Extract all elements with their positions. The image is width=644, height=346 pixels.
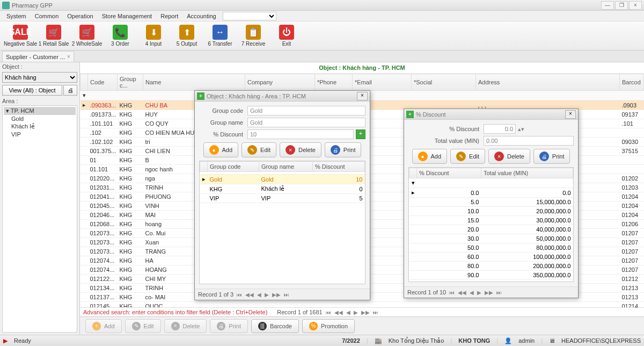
discount-delete-button[interactable]: ×Delete xyxy=(488,149,530,164)
discount-row[interactable]: 20.040,000,000.0 xyxy=(409,225,573,234)
group-dialog-close[interactable]: × xyxy=(357,92,368,100)
col-address[interactable]: Address xyxy=(476,74,620,91)
discount-row[interactable]: 80.0200,000,000.0 xyxy=(409,262,573,271)
tool-negative-sale[interactable]: SALENegative Sale xyxy=(4,23,36,49)
icon-retail-icon: 🛒 xyxy=(46,25,61,40)
col-marker[interactable] xyxy=(80,74,88,91)
icon-output-icon: ⬆ xyxy=(179,25,194,40)
group-row[interactable]: KHGKhách lẻ0 xyxy=(200,184,365,194)
titlebar: Pharmacy GPP — ❐ × xyxy=(0,0,644,11)
promotion-button[interactable]: %Promotion xyxy=(302,319,355,333)
tab-close-icon[interactable]: × xyxy=(67,54,70,60)
menu-report[interactable]: Report xyxy=(156,12,182,20)
menu-operation[interactable]: Operation xyxy=(63,12,97,20)
discount-edit-button[interactable]: ✎Edit xyxy=(450,149,485,164)
delete-button[interactable]: ×Delete xyxy=(164,319,207,333)
area-label: Area : xyxy=(0,97,79,105)
discount-label: % Discount xyxy=(199,131,247,138)
tree-node-kh-ch-l-[interactable]: Khách lẻ xyxy=(4,122,76,131)
group-row[interactable]: VIPVIP5 xyxy=(200,194,365,203)
tool--receive[interactable]: 📋7 Receive xyxy=(237,23,269,49)
col--social[interactable]: *Social xyxy=(412,74,476,91)
menu-system[interactable]: System xyxy=(2,12,31,20)
menu-accounting[interactable]: Accounting xyxy=(182,12,220,20)
tool--order[interactable]: 📞3 Order xyxy=(104,23,136,49)
col--phone[interactable]: *Phone xyxy=(315,74,353,91)
col-barcod[interactable]: Barcod xyxy=(620,74,644,91)
col-name[interactable]: Name xyxy=(143,74,245,91)
print-icon-button[interactable]: 🖨 xyxy=(63,85,77,96)
discount-row[interactable]: 60.0100,000,000.0 xyxy=(409,253,573,262)
menu-dropdown[interactable] xyxy=(223,12,276,20)
pct-discount-input[interactable] xyxy=(484,124,516,134)
group-delete-button[interactable]: ×Delete xyxy=(280,142,321,157)
tree-node-gold[interactable]: Gold xyxy=(4,115,76,122)
discount-row[interactable]: 5.015,000,000.0 xyxy=(409,198,573,207)
discount-add-button[interactable]: ●Add xyxy=(412,149,448,164)
group-edit-button[interactable]: ✎Edit xyxy=(241,142,276,157)
ic-print-icon: 🖨 xyxy=(217,322,225,330)
discount-row[interactable]: ▸0.00.0 xyxy=(409,188,573,198)
menu-store-management[interactable]: Store Management xyxy=(98,12,157,20)
advanced-search-bar: Advanced search: enter conditions into f… xyxy=(80,307,644,316)
col-group-c-[interactable]: Group c... xyxy=(118,74,143,91)
ic-edit-icon: ✎ xyxy=(132,322,141,330)
pct-discount-label: % Discount xyxy=(408,126,484,132)
object-select[interactable]: Khách hàng xyxy=(2,72,77,83)
edit-button[interactable]: ✎Edit xyxy=(125,319,161,333)
discount-row[interactable]: 10.020,000,000.0 xyxy=(409,207,573,216)
status-server: HEADOFFICE\SQLEXPRESS xyxy=(561,337,641,344)
group-print-button[interactable]: 🖨Print xyxy=(325,142,362,157)
discount-row[interactable]: 15.030,000,000.0 xyxy=(409,216,573,225)
nav-prev-icon: ◀ xyxy=(346,309,350,315)
col--email[interactable]: *Email xyxy=(353,74,412,91)
group-dialog[interactable]: + Object : Khách hàng - Area : TP. HCM ×… xyxy=(194,90,370,300)
barcode-button[interactable]: |||Barcode xyxy=(251,319,299,333)
close-button[interactable]: × xyxy=(629,1,642,10)
discount-row[interactable]: 50.080,000,000.0 xyxy=(409,243,573,253)
total-value-input[interactable] xyxy=(484,136,574,146)
print-button[interactable]: 🖨Print xyxy=(210,319,248,333)
tree-node-vip[interactable]: VIP xyxy=(4,131,76,138)
col-code[interactable]: Code xyxy=(88,74,118,91)
icon-order-icon: 📞 xyxy=(113,25,128,40)
group-row[interactable]: ▸GoldGold10 xyxy=(200,175,365,184)
minimize-button[interactable]: — xyxy=(601,1,614,10)
nav-last-icon: ⏭ xyxy=(373,309,378,315)
view-all-button[interactable]: View (All) : Object xyxy=(2,85,62,96)
youtube-icon[interactable]: ▶ xyxy=(3,337,8,344)
discount-print-button[interactable]: 🖨Print xyxy=(533,149,570,164)
menu-common[interactable]: Common xyxy=(31,12,63,20)
discount-grid[interactable]: % DiscountTotal value (MIN) ▾ ▸0.00.05.0… xyxy=(408,167,574,282)
group-add-button[interactable]: ●Add xyxy=(203,142,239,157)
maximize-button[interactable]: ❐ xyxy=(615,1,628,10)
discount-row[interactable]: 90.0350,000,000.0 xyxy=(409,271,573,280)
tab-supplier-customer[interactable]: Supplier - Customer ... × xyxy=(2,51,74,62)
icon-input-icon: ⬇ xyxy=(146,25,161,40)
discount-row[interactable]: 30.050,000,000.0 xyxy=(409,234,573,243)
tool--retail-sale[interactable]: 🛒1 Retail Sale xyxy=(38,23,70,49)
plus-icon: + xyxy=(197,92,204,100)
group-grid[interactable]: Group codeGroup name% Discount ▸GoldGold… xyxy=(199,161,365,284)
record-navigator[interactable]: Record 1 of 1681 ⏮ ◀◀ ◀ ▶ ▶▶ ⏭ xyxy=(277,309,378,315)
group-name-input[interactable] xyxy=(247,118,365,127)
ic-promo-icon: % xyxy=(309,322,318,330)
discount-dialog[interactable]: + % Discount × % Discount▴▾ Total value … xyxy=(404,109,579,298)
tool-exit[interactable]: ⏻Exit xyxy=(270,23,303,49)
tool--input[interactable]: ⬇4 Input xyxy=(137,23,170,49)
add-button[interactable]: +Add xyxy=(85,319,122,333)
discount-dialog-footer: Record 1 of 10 ⏮◀◀◀▶▶▶⏭ xyxy=(404,286,578,298)
tool--transfer[interactable]: ↔6 Transfer xyxy=(204,23,236,49)
server-icon: 🖥 xyxy=(549,337,555,344)
discount-dialog-close[interactable]: × xyxy=(565,110,576,119)
group-code-input[interactable] xyxy=(247,106,365,116)
discount-input[interactable] xyxy=(247,129,354,139)
status-kho2: KHO TONG xyxy=(458,337,490,344)
discount-plus-button[interactable]: + xyxy=(356,129,365,139)
table-row[interactable]: 012145...KHGQUOC01214 xyxy=(80,302,644,308)
tool--output[interactable]: ⬆5 Output xyxy=(171,23,203,49)
tree-node-tp-hcm[interactable]: ▾ TP. HCM xyxy=(4,107,76,115)
group-name-label: Group name xyxy=(199,119,247,126)
col-company[interactable]: Company xyxy=(245,74,315,91)
tool--wholesale[interactable]: 🛒2 WholeSale xyxy=(71,23,103,49)
